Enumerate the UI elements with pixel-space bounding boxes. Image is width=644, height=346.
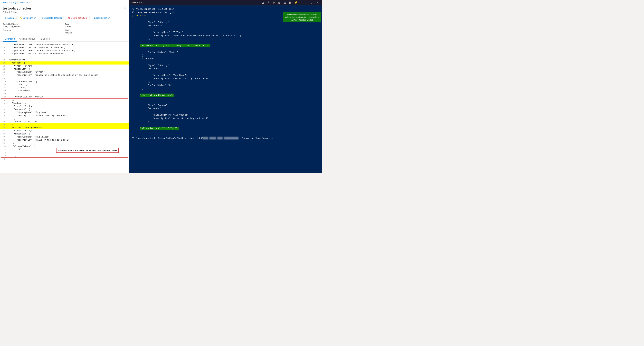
ps-line-9: "description": "Enable or disable the ex… [132, 34, 319, 37]
toolbar: ⊕ Assign ✏️ Edit definition ⧉ Duplicate … [0, 15, 129, 21]
toolbar-sep1 [16, 16, 17, 20]
code-line-17: 17 "description": "Enable or disable the… [0, 74, 129, 77]
tab-assignments[interactable]: Assignments (0) [17, 36, 37, 42]
ps-line-12: "defaultValue": "Audit" [132, 51, 319, 54]
category-value: -- [3, 32, 64, 34]
ps-title-left: PowerShell ▼ [131, 1, 144, 4]
ps-line-14: "tagName": [132, 57, 319, 61]
code-line-21: 21 "Deny", [1, 86, 128, 89]
ps-line-8: "displayName": "Effect", [132, 31, 319, 34]
ps-help-icon[interactable]: ? [267, 1, 270, 5]
ps-line-1: PS /home/venkatesh> vi test.json [132, 8, 319, 11]
edit-button[interactable]: ✏️ Edit definition [18, 16, 38, 20]
mode-value: Indexed [65, 32, 126, 34]
breadcrumb-home[interactable]: Home [3, 1, 8, 4]
ps-line-33: } [132, 133, 319, 137]
ps-line-28: { [132, 110, 319, 114]
ps-line-18: { [132, 71, 319, 74]
effects-value: Audit, Deny, Disabled [3, 26, 64, 28]
ps-line-15: { [132, 61, 319, 64]
edit-label: Edit definition [23, 17, 36, 19]
code-line-37: 37 "displayName": "Tag Values", [0, 136, 129, 139]
ps-dropdown-arrow[interactable]: ▼ [144, 2, 144, 4]
type-value: Custom [65, 26, 126, 28]
code-line-28: 28 "metadata": { [0, 108, 129, 111]
code-line-36: 36 "metadata": { [0, 132, 129, 136]
ps-line-17: "metadata": [132, 67, 319, 71]
code-line-27: 27 "type": "String", [0, 105, 129, 108]
ps-line-20: "description":"Name of the tag, such as … [132, 77, 319, 81]
delete-icon: 🗑 [68, 17, 70, 19]
annotation-red-text: Values of the Parameter before I ran the… [58, 149, 117, 151]
code-line-44: 44 } [0, 158, 129, 161]
code-line-26: 26 "tagName": { [0, 102, 129, 105]
ps-power-icon[interactable]: ⏻ [261, 1, 265, 5]
ps-line-23: }, [132, 87, 319, 90]
breadcrumb-sep2: > [17, 1, 18, 4]
tab-definition[interactable]: Definition [3, 36, 17, 42]
red-box-1: 19 "allowedValues": [ 20 "Audit", 21 "De… [1, 80, 128, 99]
ps-line-31: }, [132, 120, 319, 123]
ps-line-30: "description":"Value of the tag such as … [132, 117, 319, 120]
code-line-32: 32 "defaultValue": "id" [0, 120, 129, 123]
annotation-tooltip-red: Values of the Parameter before I ran the… [56, 148, 118, 153]
ps-line-7: { [132, 27, 319, 31]
ps-line-10: }, [132, 37, 319, 41]
ps-line-27: "metadata": [132, 107, 319, 110]
ps-maximize-button[interactable]: □ [310, 1, 313, 5]
export-label: Export definition [94, 17, 110, 19]
ps-line-11: "allowedValues": ["Audit","Deny","list",… [132, 41, 319, 51]
ps-line-21: }, [132, 80, 319, 84]
ps-content[interactable]: PS /home/venkatesh> vi test.json PS /hom… [129, 6, 322, 173]
ps-code-icon[interactable]: {} [288, 1, 292, 5]
ps-icons: ⏻ ? ⚙ ⊞ ⧉ {} ⚡ ─ □ ✕ [261, 1, 320, 5]
export-button[interactable]: ↑ Export definition [90, 16, 112, 20]
code-line-33: 33 }, [0, 123, 129, 126]
assign-icon: ⊕ [4, 17, 6, 19]
code-line-24: 24 "defaultValue": "Audit" [1, 95, 128, 99]
code-line-14: 14 "type": "String", [0, 65, 129, 68]
meta-type: Type Custom [65, 23, 126, 28]
code-line-23: 23 ], [1, 92, 128, 95]
ps-file-icon[interactable]: ⚡ [294, 1, 298, 5]
ps-settings-icon[interactable]: ⚙ [272, 1, 276, 5]
code-line-15: 15 "metadata": { [0, 68, 129, 71]
delete-button[interactable]: 🗑 Delete definition [66, 16, 88, 20]
duplicate-button[interactable]: ⧉ Duplicate definition [40, 16, 64, 20]
code-line-34: 34 "listofallowedtagValues": { [0, 126, 129, 129]
breadcrumb-policy[interactable]: Policy [11, 1, 16, 4]
code-area[interactable]: 7 "createdBy": "89dcfb2e-8b44-4cb4-9a51-… [0, 42, 129, 162]
breadcrumb-sep3: > [29, 1, 30, 4]
code-line-22: 22 "Disabled" [1, 89, 128, 92]
delete-label: Delete definition [71, 17, 87, 19]
ps-minimize-button[interactable]: ─ [304, 1, 308, 5]
code-line-18: 18 }, [0, 77, 129, 80]
category-label: Category [3, 29, 64, 31]
panel-header: testpolicychecker ... ✕ [0, 5, 129, 11]
tab-parameters[interactable]: Parameters [37, 36, 52, 42]
ps-green-highlight-2: "listofallowedtagValues": [140, 94, 174, 97]
code-line-30: 30 "description": "Name of the tag, such… [0, 114, 129, 117]
code-line-16: 16 "displayName": "Effect", [0, 71, 129, 74]
annotation-green-text: Values of those Parameters that are goin… [285, 14, 318, 21]
ps-green-highlight-3: "allowedValues":["1","2","3"] [140, 127, 179, 130]
ps-line-16: "type": "String", [132, 64, 319, 67]
breadcrumb-definitions[interactable]: Definitions [19, 1, 28, 4]
code-line-31: 31 }, [0, 117, 129, 120]
ps-line-19: "displayName": "Tag Name", [132, 74, 319, 77]
export-icon: ↑ [92, 17, 94, 19]
close-button[interactable]: ✕ [124, 7, 126, 10]
code-line-7: 7 "createdBy": "89dcfb2e-8b44-4cb4-9a51-… [0, 43, 129, 46]
ps-line-32: "allowedValues":["1","2","3"] [132, 123, 319, 133]
ps-new-tab-icon[interactable]: ⊞ [278, 1, 281, 5]
meta-mode: Mode Indexed [65, 29, 126, 34]
code-line-35: 35 "type": "Array", [0, 129, 129, 132]
code-line-9: 9 "updatedBy": "89dcfb2e-8b44-4cb4-9a51-… [0, 49, 129, 52]
ps-split-icon[interactable]: ⧉ [283, 1, 286, 5]
code-line-12: 12 "parameters": { [0, 58, 129, 62]
annotation-tooltip-green: Values of those Parameters that are goin… [283, 12, 321, 23]
more-button[interactable]: ... [33, 7, 37, 10]
code-line-10: 10 "updatedOn": "2022-07-29T10:44:37.956… [0, 52, 129, 55]
ps-close-button[interactable]: ✕ [315, 1, 320, 5]
assign-button[interactable]: ⊕ Assign [3, 16, 16, 20]
